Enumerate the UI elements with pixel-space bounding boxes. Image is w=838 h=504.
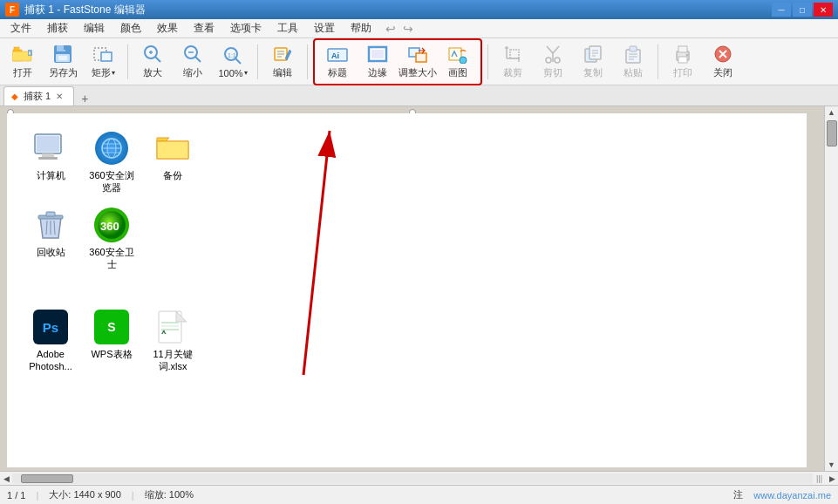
edit-icon: [272, 44, 293, 65]
scroll-right-button[interactable]: ▶: [826, 473, 838, 485]
border-button[interactable]: 边缘: [358, 42, 397, 82]
zoom-100-button[interactable]: 1:1 100% ▾: [214, 42, 252, 82]
toolbar-sep-4: [487, 44, 488, 79]
svg-rect-30: [371, 50, 384, 58]
menu-settings[interactable]: 设置: [307, 20, 342, 37]
paste-label: 粘贴: [623, 66, 643, 79]
rect-icon: [92, 44, 113, 65]
zoom-100-label: 100%: [218, 68, 242, 78]
crop-button[interactable]: 裁剪: [494, 42, 532, 82]
open-button[interactable]: 打开: [3, 42, 42, 82]
highlight-group: Ai 标题 边缘 调整大小: [313, 38, 482, 85]
paste-button[interactable]: 粘贴: [614, 42, 652, 82]
toolbar-sep-1: [127, 44, 128, 79]
menu-file[interactable]: 文件: [3, 20, 38, 37]
svg-text:360: 360: [100, 220, 119, 233]
label-button[interactable]: Ai 标题: [318, 42, 357, 82]
rect-button[interactable]: 矩形 ▾: [84, 42, 122, 82]
scroll-up-button[interactable]: ▲: [826, 106, 838, 119]
print-button[interactable]: 打印: [664, 42, 702, 82]
edit-button[interactable]: 编辑: [263, 42, 302, 82]
menu-color[interactable]: 颜色: [113, 20, 148, 37]
svg-point-56: [686, 54, 689, 57]
desktop-icon-360: 360 360安全卫士: [85, 208, 138, 271]
svg-rect-80: [161, 325, 179, 327]
desktop-icon-excel: x 11月关键词.xlsx: [146, 310, 199, 373]
scroll-track-h[interactable]: [12, 473, 813, 484]
svg-rect-55: [678, 57, 687, 63]
desktop-icon-wps: S WPS表格: [85, 310, 138, 373]
crop-icon: [502, 44, 523, 65]
label-icon: Ai: [327, 44, 348, 65]
print-label: 打印: [673, 66, 692, 79]
copy-label: 复制: [583, 66, 603, 79]
tab-add-button[interactable]: +: [78, 92, 92, 106]
excel-label: 11月关键词.xlsx: [146, 348, 199, 373]
resize-label: 调整大小: [399, 66, 437, 79]
save-as-button[interactable]: 另存为: [44, 42, 82, 82]
horizontal-scrollbar: ◀ ||| ▶: [0, 471, 838, 485]
draw-label: 画图: [448, 66, 467, 79]
title-bar: F 捕获 1 - FastStone 编辑器 ─ □ ✕: [0, 0, 838, 19]
undo-button[interactable]: ↩: [384, 22, 398, 36]
svg-point-34: [460, 57, 467, 64]
tab-close-button[interactable]: ✕: [56, 92, 63, 101]
close-icon: [712, 44, 733, 65]
maximize-button[interactable]: □: [793, 3, 812, 17]
paste-icon: [623, 44, 644, 65]
resize-button[interactable]: 调整大小: [399, 42, 437, 82]
computer-label: 计算机: [37, 169, 65, 181]
svg-point-41: [546, 58, 551, 63]
menu-tools[interactable]: 工具: [270, 20, 305, 37]
canvas[interactable]: 计算机: [7, 113, 807, 467]
tab-capture1[interactable]: ◆ 捕获 1 ✕: [3, 86, 74, 106]
cut-button[interactable]: 剪切: [534, 42, 572, 82]
resize-icon: [407, 44, 428, 65]
scroll-left-button[interactable]: ◀: [0, 473, 12, 485]
tab-title: 捕获 1: [24, 90, 51, 103]
zoom-in-button[interactable]: 放大: [133, 42, 172, 82]
scroll-track[interactable]: [826, 119, 838, 459]
main-area: 计算机: [0, 106, 838, 485]
menu-help[interactable]: 帮助: [344, 20, 378, 37]
zoom-out-icon: [182, 44, 203, 65]
zoom-out-button[interactable]: 缩小: [174, 42, 212, 82]
redo-button[interactable]: ↪: [401, 22, 415, 36]
browser-label: 360安全浏览器: [85, 169, 138, 194]
tab-bar: ◆ 捕获 1 ✕ +: [0, 85, 838, 106]
print-icon: [672, 44, 693, 65]
scroll-thumb[interactable]: [827, 120, 837, 146]
close-window-button[interactable]: ✕: [814, 3, 833, 17]
toolbar-sep-5: [657, 44, 658, 79]
zoom-in-icon: [142, 44, 163, 65]
menu-tab[interactable]: 选项卡: [223, 20, 269, 37]
cut-icon: [542, 44, 563, 65]
draw-button[interactable]: 画图: [439, 42, 477, 82]
minimize-button[interactable]: ─: [772, 3, 791, 17]
svg-rect-49: [630, 46, 637, 51]
menu-view[interactable]: 查看: [187, 20, 221, 37]
rect-label: 矩形: [92, 66, 111, 79]
open-label: 打开: [13, 66, 32, 79]
menu-capture[interactable]: 捕获: [40, 20, 75, 37]
svg-rect-2: [14, 47, 19, 51]
save-as-label: 另存为: [49, 66, 78, 79]
edit-label: 编辑: [273, 66, 292, 79]
svg-rect-79: [161, 322, 179, 324]
zoom-info: 缩放: 100%: [145, 488, 194, 501]
svg-rect-81: [161, 329, 179, 330]
svg-rect-71: [46, 212, 55, 216]
close-button[interactable]: 关闭: [704, 42, 742, 82]
svg-rect-63: [38, 157, 58, 160]
copy-button[interactable]: 复制: [574, 42, 612, 82]
desktop-icon-recycle: 回收站: [24, 208, 77, 271]
scroll-thumb-h[interactable]: [21, 474, 73, 483]
menu-edit[interactable]: 编辑: [77, 20, 112, 37]
menu-effect[interactable]: 效果: [150, 20, 185, 37]
svg-rect-37: [510, 50, 519, 58]
svg-rect-12: [101, 52, 112, 61]
scroll-down-button[interactable]: ▼: [826, 459, 838, 471]
open-icon: [12, 44, 33, 65]
recycle-label: 回收站: [37, 246, 65, 258]
content-area: 计算机: [0, 106, 838, 471]
